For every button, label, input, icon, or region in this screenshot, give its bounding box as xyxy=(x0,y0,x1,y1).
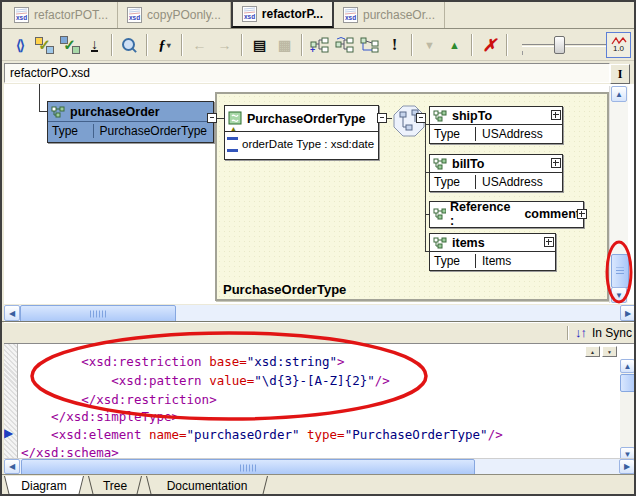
document-tab-copyPOonly[interactable]: xsd copyPOonly... xyxy=(118,2,231,28)
view-tab-documentation[interactable]: Documentation xyxy=(146,476,268,496)
scrollbar-thumb[interactable] xyxy=(611,254,629,288)
save-generated-button[interactable]: ↓ xyxy=(82,33,107,57)
document-tab-refactorPOT[interactable]: xsd refactorPOT... xyxy=(5,2,118,28)
arrow-right-icon: ▶ xyxy=(624,462,630,471)
code-editor-pane[interactable]: ▶ <xsd:restriction base="xsd:string"> <x… xyxy=(4,343,636,474)
pane-splitter-button[interactable]: I xyxy=(610,64,630,84)
document-tab-refactorP-active[interactable]: xsd refactorP... xyxy=(231,2,334,28)
element-icon xyxy=(433,158,448,170)
slider-tick xyxy=(522,51,523,55)
element-name: Reference : xyxy=(450,200,510,228)
document-tab-purchaseOr[interactable]: xsd purchaseOr... xyxy=(334,2,445,28)
add-child-button[interactable]: + xyxy=(307,33,332,57)
element-box-purchaseOrder[interactable]: purchaseOrder Type PurchaseOrderType xyxy=(47,101,214,143)
blue-square-icon xyxy=(46,46,54,54)
type-value: USAddress xyxy=(476,127,549,141)
document-tab-bar: xsd refactorPOT... xsd copyPOonly... xsd… xyxy=(2,2,634,29)
green-square-icon xyxy=(72,46,80,54)
append-button[interactable] xyxy=(357,33,382,57)
view-tab-tree[interactable]: Tree xyxy=(88,476,142,496)
tree-connector-line xyxy=(39,111,47,112)
document-icon: ▤ xyxy=(253,37,266,53)
scrollbar-thumb[interactable] xyxy=(620,374,636,392)
thumb-grip xyxy=(240,464,256,471)
view-tab-diagram[interactable]: Diagram xyxy=(4,476,84,496)
connector-trunk-line xyxy=(425,118,426,251)
code-token: "\d{3}-[A-Z]{2}" xyxy=(254,373,374,388)
triangle-down-icon: ▼ xyxy=(424,39,435,51)
forward-button[interactable]: → xyxy=(212,33,237,57)
diagram-vertical-scrollbar[interactable]: ▲ ▼ xyxy=(609,86,628,303)
scroll-right-button[interactable]: ▶ xyxy=(619,459,635,474)
tab-label: purchaseOr... xyxy=(363,8,435,22)
toolbar-separator xyxy=(506,34,508,56)
svg-text:xsd: xsd xyxy=(16,14,27,21)
code-vertical-scrollbar[interactable]: ▲ ▼ xyxy=(620,359,635,461)
element-icon xyxy=(51,106,66,118)
arrow-up-icon: ▲ xyxy=(624,362,632,371)
back-arrow-icon: ← xyxy=(193,37,207,53)
scroll-up-button[interactable]: ▲ xyxy=(620,359,635,373)
expand-plus-handle[interactable] xyxy=(577,209,587,219)
scroll-left-button[interactable]: ◀ xyxy=(4,459,20,474)
diagram-horizontal-scrollbar[interactable]: ◀ ▶ xyxy=(4,305,636,321)
scroll-up-button[interactable]: ▲ xyxy=(611,86,627,102)
collapse-triangle-icon[interactable]: ▲ xyxy=(230,125,237,132)
schema-tree-arrow-icon xyxy=(335,37,354,53)
exclamation-button[interactable]: ! xyxy=(382,33,407,57)
complex-type-box-PurchaseOrderType[interactable]: PurchaseOrderType ▲ orderDate Type : xsd… xyxy=(224,105,379,160)
type-label: Type xyxy=(430,254,476,268)
split-pane-up-button[interactable]: ▲ xyxy=(585,346,600,357)
scroll-right-button[interactable]: ▶ xyxy=(620,305,636,321)
find-button[interactable] xyxy=(117,33,142,57)
status-separator xyxy=(567,326,569,340)
zoom-level-button[interactable]: 1.0 xyxy=(606,32,631,58)
schema-diagram-pane[interactable]: PurchaseOrderType purchaseOrder Type Pur… xyxy=(4,84,636,304)
insert-button[interactable] xyxy=(332,33,357,57)
check-wellformed-button[interactable]: ✓ xyxy=(32,33,57,57)
expand-button[interactable]: ▲ xyxy=(442,33,467,57)
delete-button[interactable]: ✗ xyxy=(477,33,502,57)
connector-handle[interactable] xyxy=(207,113,217,123)
code-line: </xsd:simpleType> xyxy=(21,409,179,426)
expand-plus-handle[interactable] xyxy=(551,158,561,168)
tab-label: refactorPOT... xyxy=(34,8,108,22)
expand-plus-handle[interactable] xyxy=(544,237,554,247)
preview-button[interactable]: ▤ xyxy=(247,33,272,57)
element-icon xyxy=(433,110,448,122)
grid-view-button[interactable]: ▦ xyxy=(272,33,297,57)
code-token: "PurchaseOrderType" xyxy=(345,427,488,442)
scroll-left-button[interactable]: ◀ xyxy=(4,305,20,321)
text-view-button[interactable]: ⟨⟩ xyxy=(7,33,32,57)
connector-handle[interactable] xyxy=(377,113,387,123)
code-horizontal-scrollbar[interactable]: ◀ ▶ xyxy=(4,458,635,474)
expand-plus-handle[interactable] xyxy=(551,110,561,120)
element-box-billTo[interactable]: billTo Type USAddress xyxy=(429,154,563,192)
arrow-right-icon: ▶ xyxy=(625,309,631,318)
split-pane-down-button[interactable]: ▼ xyxy=(602,346,617,357)
yellow-square-icon xyxy=(35,37,43,45)
toolbar-separator xyxy=(241,34,243,56)
element-box-items[interactable]: items Type Items xyxy=(429,233,556,271)
validate-button[interactable]: ✓ xyxy=(57,33,82,57)
svg-text:xsd: xsd xyxy=(345,14,356,21)
code-token: </xsd:restriction> xyxy=(21,392,217,407)
arrow-down-icon: ▼ xyxy=(615,291,623,300)
magnifier-icon xyxy=(120,36,139,55)
code-token: /> xyxy=(375,373,390,388)
back-button[interactable]: ← xyxy=(187,33,212,57)
toolbar: ⟨⟩ ✓ ✓ ↓ ƒ▾ ← → ▤ ▦ + ! xyxy=(2,30,634,61)
scroll-down-button[interactable]: ▼ xyxy=(611,287,627,303)
element-name: shipTo xyxy=(452,109,492,123)
element-box-Reference[interactable]: Reference : comment xyxy=(429,201,584,228)
view-tab-label: Tree xyxy=(103,479,127,493)
toolbar-separator xyxy=(111,34,113,56)
code-lines: <xsd:restriction base="xsd:string"> <xsd… xyxy=(21,344,614,458)
element-box-shipTo[interactable]: shipTo Type USAddress xyxy=(429,106,563,144)
scrollbar-thumb[interactable] xyxy=(21,459,475,474)
collapse-button[interactable]: ▼ xyxy=(417,33,442,57)
slider-thumb[interactable] xyxy=(554,36,565,54)
function-button[interactable]: ƒ▾ xyxy=(152,33,177,57)
xsd-file-icon: xsd xyxy=(14,7,29,23)
current-line-marker-icon: ▶ xyxy=(4,426,13,440)
